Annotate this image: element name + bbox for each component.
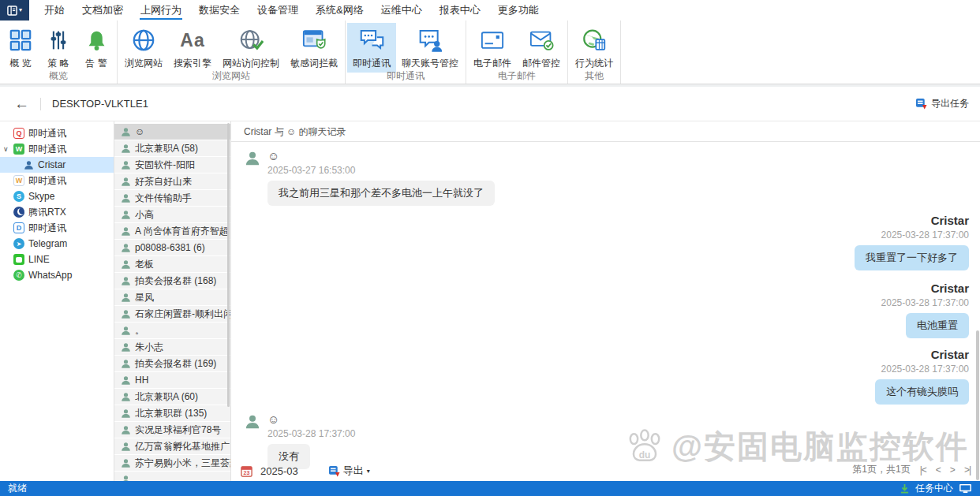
telegram-icon: ➤	[13, 238, 28, 249]
contact-name: 北京兼职A (58)	[135, 142, 198, 155]
contact-row[interactable]: 安固软件-阳阳	[114, 157, 230, 173]
menu-item-3[interactable]: 上网行为	[132, 0, 190, 21]
contact-row[interactable]: 拍卖会报名群 (169)	[114, 356, 230, 371]
sidebar-item-label: WhatsApp	[28, 270, 72, 281]
chat-scrollbar[interactable]	[975, 143, 980, 481]
ribbon-button[interactable]: 敏感词拦截	[285, 23, 343, 73]
prev-page-button[interactable]: <	[936, 464, 941, 475]
ribbon-button[interactable]: 告 警	[77, 23, 115, 73]
back-button[interactable]: ←	[14, 96, 29, 111]
contact-name: 文件传输助手	[135, 192, 192, 205]
menu-item-9[interactable]: 更多功能	[489, 0, 548, 21]
expand-chevron-icon[interactable]: ∨	[3, 145, 9, 153]
export-task-button[interactable]: 导出任务	[915, 97, 969, 110]
contact-name: 拍卖会报名群 (169)	[135, 357, 216, 371]
ribbon-button-label: 聊天账号管控	[402, 57, 458, 70]
export-button[interactable]: 导出 ▾	[328, 464, 370, 478]
contact-row[interactable]: 北京兼职A (58)	[114, 140, 230, 156]
contact-name: 实况足球福利官78号	[135, 423, 221, 437]
chat-messages: ☺2025-03-27 16:53:00我之前用三星和那个差不多电池一上午就没了…	[231, 149, 980, 469]
chat-message: Cristar2025-03-28 17:37:00这个有镜头膜吗	[231, 348, 980, 405]
person-icon	[121, 458, 135, 468]
ribbon-button[interactable]: 浏览网站	[119, 23, 168, 73]
next-page-button[interactable]: >	[950, 464, 955, 475]
chat-title: Cristar 与 ☺ 的聊天记录	[231, 121, 980, 142]
message-time: 2025-03-28 17:37:00	[881, 229, 969, 241]
app-logo-icon	[7, 6, 17, 16]
last-page-button[interactable]: >|	[964, 464, 971, 475]
first-page-button[interactable]: |<	[920, 464, 926, 475]
person-icon	[121, 243, 135, 253]
sidebar-item[interactable]: LINE	[0, 252, 114, 267]
menu-item-1[interactable]: 开始	[36, 0, 73, 21]
menu-item-6[interactable]: 系统&网络	[307, 0, 372, 21]
contact-row[interactable]: 北京兼职群 (135)	[114, 405, 230, 421]
task-center-button[interactable]: 任务中心	[915, 482, 953, 495]
menu-item-5[interactable]: 设备管理	[249, 0, 307, 21]
contact-row[interactable]: 老板	[114, 256, 230, 272]
ribbon-button[interactable]: 策 略	[39, 23, 77, 73]
sidebar-item[interactable]: ✆WhatsApp	[0, 267, 114, 283]
sidebar-item[interactable]: D即时通讯	[0, 220, 114, 236]
chat-message: ☺2025-03-28 17:37:00没有	[231, 412, 980, 469]
contact-row[interactable]: 石家庄闲置群-顺利出闲置 (...	[114, 306, 230, 322]
sidebar-item[interactable]: ∨W即时通讯	[0, 141, 114, 157]
contact-row[interactable]: 北京兼职A (60)	[114, 389, 230, 405]
contact-row[interactable]: A 尚舍体育首府齐智超	[114, 223, 230, 239]
person-icon	[121, 442, 135, 452]
contact-row[interactable]: p08088-6381 (6)	[114, 240, 230, 255]
ribbon-button[interactable]: 聊天账号管控	[396, 23, 464, 73]
contact-row[interactable]: 。	[114, 323, 230, 338]
sidebar-item[interactable]: SSkype	[0, 188, 114, 204]
sidebar-item[interactable]: Q即时通讯	[0, 125, 114, 141]
person-blue-icon	[24, 160, 38, 170]
mail-control-icon	[529, 26, 554, 54]
menu-item-8[interactable]: 报表中心	[431, 0, 489, 21]
sidebar-item[interactable]: 腾讯RTX	[0, 204, 114, 220]
sidebar-item[interactable]: W即时通讯	[0, 173, 114, 188]
dropdown-caret-icon: ▾	[367, 468, 370, 475]
ribbon-button-label: 概 览	[9, 57, 31, 70]
sidebar-item[interactable]: Cristar	[0, 157, 114, 173]
ribbon-button-label: 告 警	[85, 57, 107, 70]
contact-row[interactable]: 亿万富翁孵化基地推广 (3...	[114, 438, 230, 454]
contact-row[interactable]: 小高	[114, 207, 230, 222]
sidebar-item[interactable]: ➤Telegram	[0, 236, 114, 252]
contacts-scrollbar[interactable]	[227, 123, 230, 407]
contact-row[interactable]: 拍卖会报名群 (168)	[114, 273, 230, 289]
contact-name: HH	[135, 375, 148, 386]
contact-row[interactable]: HH	[114, 372, 230, 388]
ribbon-button[interactable]: 行为统计	[570, 23, 619, 73]
contact-row[interactable]: ☺	[114, 124, 230, 140]
scrollbar-thumb[interactable]	[976, 330, 979, 480]
calendar-icon[interactable]: 23	[241, 465, 252, 477]
chat-account-control-icon	[417, 26, 443, 54]
contact-name: p08088-6381 (6)	[135, 242, 205, 253]
export-task-label: 导出任务	[931, 97, 969, 110]
chevron-down-icon: ▾	[19, 7, 22, 13]
contact-row[interactable]	[114, 472, 230, 481]
menu-item-7[interactable]: 运维中心	[372, 0, 431, 21]
export-task-icon	[915, 98, 927, 110]
contact-row[interactable]: 好茶自好山来	[114, 173, 230, 189]
ribbon-button[interactable]: 邮件管控	[517, 23, 566, 73]
contact-row[interactable]: 星风	[114, 289, 230, 305]
ribbon-button[interactable]: 电子邮件	[468, 23, 517, 73]
app-menu-button[interactable]: ▾	[0, 0, 29, 21]
contact-row[interactable]: 苏宁易购小米，三星荟聚购...	[114, 455, 230, 471]
contact-row[interactable]: 文件传输助手	[114, 190, 230, 206]
ribbon-button[interactable]: 网站访问控制	[217, 23, 285, 73]
chat-message: ☺2025-03-27 16:53:00我之前用三星和那个差不多电池一上午就没了	[231, 149, 980, 206]
ribbon-group-label: 其他	[568, 69, 620, 83]
menu-item-2[interactable]: 文档加密	[73, 0, 132, 21]
menu-item-4[interactable]: 数据安全	[190, 0, 249, 21]
ribbon-button[interactable]: 即时通讯	[347, 23, 396, 73]
ribbon-button[interactable]: 概 览	[2, 23, 39, 73]
contact-row[interactable]: 朱小志	[114, 339, 230, 355]
ribbon-button[interactable]: Aa搜索引擎	[168, 23, 217, 73]
date-filter[interactable]: 2025-03	[260, 465, 298, 477]
monitor-icon[interactable]	[959, 483, 972, 494]
message-time: 2025-03-27 16:53:00	[267, 165, 495, 177]
contact-row[interactable]: 实况足球福利官78号	[114, 422, 230, 438]
sidebar-item-label: 即时通讯	[28, 127, 66, 140]
